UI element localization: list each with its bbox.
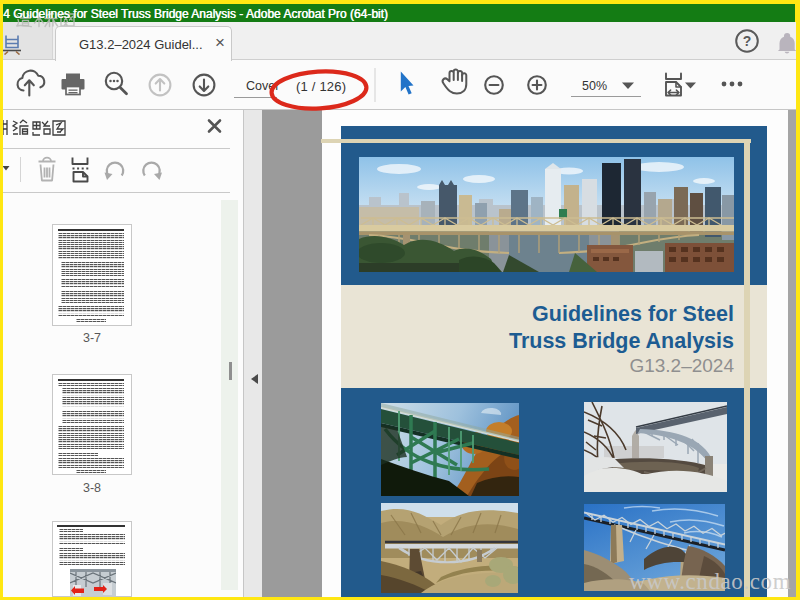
- svg-text:?: ?: [743, 33, 752, 49]
